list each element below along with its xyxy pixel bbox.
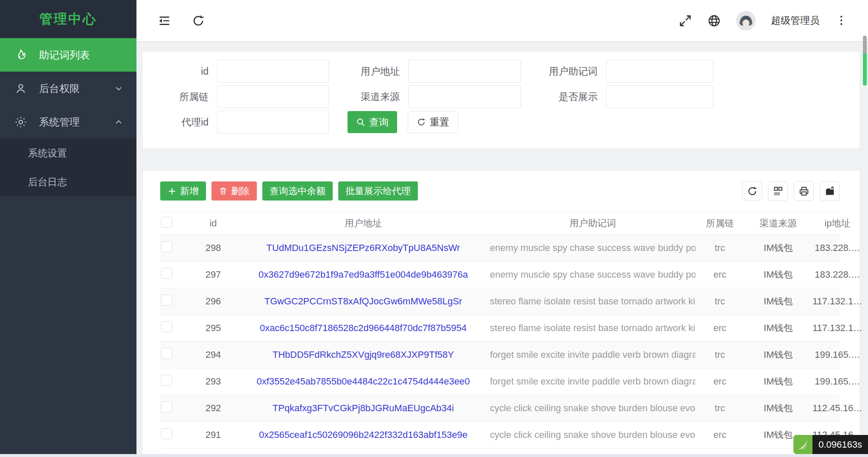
table-row: 291 0x2565ceaf1c50269096b2422f332d163abf… (160, 422, 840, 449)
row-checkbox[interactable] (161, 268, 172, 279)
query-button[interactable]: 查询 (348, 111, 397, 133)
cell-mnemonic: enemy muscle spy chase success wave budd… (490, 269, 696, 280)
sidebar-subitem-label: 系统设置 (28, 147, 67, 160)
cell-id: 294 (190, 349, 236, 360)
search-panel: id 用户地址 用户助记词 所属链 渠道来源 是否展示 代理id (143, 52, 860, 148)
sidebar-item-system-management[interactable]: 系统管理 (0, 105, 136, 139)
table-row: 298 TUdMDu1GEzsNSjZEPz6RXobyTpU8A5NsWr e… (160, 235, 840, 262)
field-label-channel: 渠道来源 (329, 90, 408, 103)
cell-source: IM钱包 (744, 268, 812, 281)
user-icon (14, 82, 27, 95)
cell-source: IM钱包 (744, 295, 812, 308)
delete-button[interactable]: 删除 (211, 181, 257, 201)
cell-chain: erc (696, 376, 744, 387)
cell-mnemonic: forget smile excite invite paddle verb b… (490, 376, 696, 387)
add-button[interactable]: 新增 (160, 181, 206, 201)
add-button-label: 新增 (180, 185, 199, 198)
reset-button[interactable]: 重置 (408, 111, 458, 133)
cell-mnemonic: cycle click ceiling snake shove burden b… (490, 429, 696, 440)
field-label-display: 是否展示 (521, 90, 606, 103)
cell-chain: trc (696, 349, 744, 360)
sidebar-item-label: 助记词列表 (39, 48, 90, 62)
thinkadmin-logo-icon (793, 435, 812, 454)
sidebar-subitem-system-settings[interactable]: 系统设置 (0, 139, 136, 167)
username[interactable]: 超级管理员 (771, 14, 820, 27)
reset-icon (417, 117, 426, 127)
sidebar-subitem-admin-logs[interactable]: 后台日志 (0, 167, 136, 196)
cell-mnemonic: enemy muscle spy chase success wave budd… (490, 242, 696, 254)
refresh-page-icon[interactable] (192, 14, 205, 28)
field-label-user-address: 用户地址 (329, 65, 408, 78)
sidebar-item-label: 系统管理 (39, 115, 80, 129)
id-input[interactable] (217, 60, 329, 83)
select-all-checkbox[interactable] (161, 217, 172, 228)
cell-mnemonic: forget smile excite invite paddle verb b… (490, 349, 696, 360)
cell-ip: 183.228.… (812, 242, 863, 254)
sidebar-item-mnemonic-list[interactable]: 助记词列表 (0, 38, 136, 72)
display-input[interactable] (606, 85, 713, 108)
col-header-id: id (190, 218, 236, 229)
field-label-id: id (143, 66, 217, 77)
cell-ip: 183.228.… (812, 269, 863, 280)
row-checkbox[interactable] (161, 321, 172, 332)
vertical-scrollbar[interactable] (863, 36, 867, 86)
topbar: 超级管理员 (136, 0, 868, 41)
print-button[interactable] (794, 181, 814, 201)
address-link[interactable]: TPqkafxg3FTvCGkPj8bJGRuMaEUgcAb34i (273, 403, 454, 413)
columns-button[interactable] (768, 181, 788, 201)
agent-id-input[interactable] (217, 111, 329, 134)
address-link[interactable]: 0xac6c150c8f7186528c2d966448f70dc7f87b59… (260, 323, 467, 333)
batch-show-agent-button[interactable]: 批量展示给代理 (338, 181, 418, 201)
field-label-chain: 所属链 (143, 90, 217, 103)
row-checkbox[interactable] (161, 428, 172, 439)
cell-id: 291 (190, 429, 236, 440)
cell-mnemonic: stereo flame isolate resist base tornado… (490, 296, 696, 307)
address-link[interactable]: TUdMDu1GEzsNSjZEPz6RXobyTpU8A5NsWr (267, 242, 460, 253)
app-title: 管理中心 (0, 0, 136, 38)
row-checkbox[interactable] (161, 295, 172, 306)
cell-chain: trc (696, 296, 744, 307)
cell-chain: trc (696, 242, 744, 254)
table-row: 296 TGwGC2PCCrnST8xAfQJocGw6mMWe58LgSr s… (160, 288, 840, 315)
col-header-address: 用户地址 (236, 217, 490, 230)
address-link[interactable]: TGwGC2PCCrnST8xAfQJocGw6mMWe58LgSr (264, 296, 462, 307)
col-header-chain: 所属链 (696, 217, 744, 230)
row-checkbox[interactable] (161, 348, 172, 359)
search-icon (356, 117, 365, 127)
address-link[interactable]: 0x2565ceaf1c50269096b2422f332d163abf153e… (259, 429, 467, 440)
table-row: 294 THbDD5FdRkchZ5XVgjq9re68XJXP9Tf58Y f… (160, 342, 840, 368)
collapse-sidebar-icon[interactable] (158, 14, 171, 28)
avatar[interactable] (736, 11, 756, 31)
user-mnemonic-input[interactable] (606, 60, 713, 83)
table-panel: 新增 删除 查询选中余额 批量展示给代理 (143, 171, 860, 457)
sidebar-item-admin-permission[interactable]: 后台权限 (0, 72, 136, 105)
language-globe-icon[interactable] (707, 14, 721, 28)
address-link[interactable]: THbDD5FdRkchZ5XVgjq9re68XJXP9Tf58Y (273, 349, 454, 360)
row-checkbox[interactable] (161, 241, 172, 252)
row-checkbox[interactable] (161, 375, 172, 386)
sidebar-submenu: 系统设置 后台日志 (0, 139, 136, 196)
fullscreen-icon[interactable] (679, 14, 692, 28)
batch-show-agent-label: 批量展示给代理 (345, 185, 411, 198)
col-header-ip: ip地址 (812, 217, 863, 230)
table-row: 292 TPqkafxg3FTvCGkPj8bJGRuMaEUgcAb34i c… (160, 395, 840, 422)
address-link[interactable]: 0x3627d9e672b1f9a7ed9a3ff51e004de9b46397… (259, 269, 468, 280)
cell-source: IM钱包 (744, 402, 812, 415)
col-header-source: 渠道来源 (744, 217, 812, 230)
gear-icon (14, 116, 27, 128)
cell-source: IM钱包 (744, 242, 812, 254)
refresh-table-button[interactable] (742, 181, 762, 201)
cell-id: 292 (190, 403, 236, 414)
table-header-row: id 用户地址 用户助记词 所属链 渠道来源 ip地址 (160, 212, 840, 235)
address-link[interactable]: 0xf3552e45ab7855b0e4484c22c1c4754d444e3e… (257, 376, 470, 387)
more-menu-icon[interactable] (835, 14, 849, 28)
user-address-input[interactable] (408, 60, 521, 83)
cell-id: 297 (190, 269, 236, 280)
channel-input[interactable] (408, 85, 521, 108)
cell-source: IM钱包 (744, 348, 812, 361)
chain-input[interactable] (217, 85, 329, 108)
query-selected-balance-button[interactable]: 查询选中余额 (262, 181, 333, 201)
export-button[interactable] (820, 181, 840, 201)
flame-icon (14, 49, 27, 61)
row-checkbox[interactable] (161, 401, 172, 412)
